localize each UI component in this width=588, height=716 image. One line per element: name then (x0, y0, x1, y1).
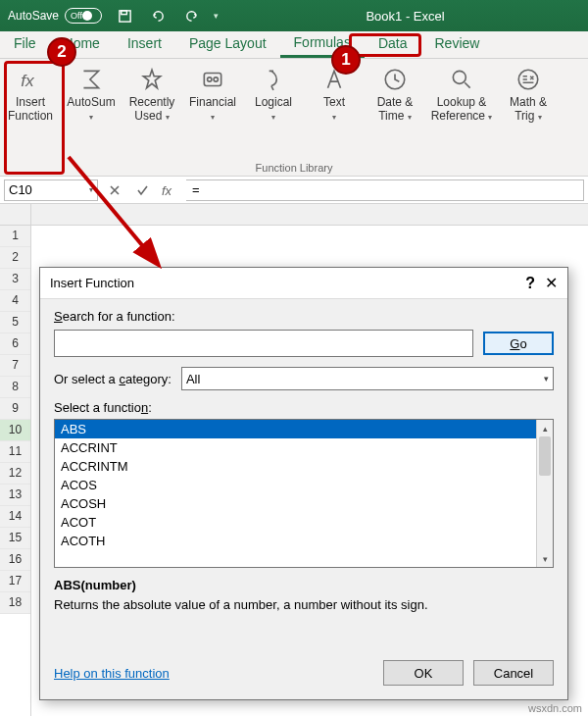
row-header[interactable]: 1 (0, 226, 30, 247)
list-item[interactable]: ACCRINTM (55, 457, 536, 476)
chevron-down-icon[interactable]: ▾ (89, 185, 93, 194)
row-header[interactable]: 9 (0, 398, 30, 420)
scroll-thumb[interactable] (539, 436, 551, 476)
row-header[interactable]: 16 (0, 549, 30, 571)
ok-button[interactable]: OK (383, 660, 464, 686)
autosave-toggle[interactable]: Off (65, 8, 102, 24)
dialog-title: Insert Function (50, 276, 134, 290)
financial-label: Financial (189, 95, 236, 109)
listbox-scrollbar[interactable]: ▴ ▾ (536, 420, 553, 567)
logical-button[interactable]: Logical▾ (243, 65, 304, 159)
watermark: wsxdn.com (528, 702, 582, 714)
autosum-button[interactable]: AutoSum▾ (61, 65, 122, 159)
row-header[interactable]: 4 (0, 290, 30, 312)
insert-function-dialog: Insert Function ? ✕ Search for a functio… (39, 267, 568, 700)
tab-review[interactable]: Review (421, 30, 494, 58)
formula-bar-row: C10 ▾ fx = (0, 177, 588, 204)
row-header[interactable]: 5 (0, 312, 30, 333)
list-item[interactable]: ABS (55, 420, 536, 438)
recently-used-button[interactable]: Recently Used ▾ (122, 65, 182, 159)
redo-icon[interactable] (180, 5, 202, 26)
chevron-down-icon: ▾ (538, 113, 542, 122)
autosave-group: AutoSave Off (8, 8, 102, 24)
select-all-corner[interactable] (0, 204, 30, 226)
row-header[interactable]: 6 (0, 333, 30, 355)
cancel-button[interactable]: Cancel (473, 660, 554, 686)
svg-text:fx: fx (21, 71, 35, 90)
tab-home[interactable]: Home (50, 30, 114, 58)
chevron-down-icon: ▾ (89, 113, 93, 122)
dialog-title-bar[interactable]: Insert Function ? ✕ (40, 268, 567, 299)
row-header[interactable]: 11 (0, 441, 30, 463)
math-trig-button[interactable]: Math & Trig ▾ (498, 65, 559, 159)
tab-formulas[interactable]: Formulas (280, 29, 365, 58)
svg-rect-1 (121, 10, 126, 14)
text-label: Text (323, 95, 345, 109)
formula-bar-input[interactable]: = (186, 179, 584, 201)
close-icon[interactable]: ✕ (545, 274, 558, 292)
text-button[interactable]: Text▾ (304, 65, 365, 159)
lookup-ref-label: Lookup & Reference (431, 95, 487, 123)
row-header[interactable]: 18 (0, 592, 30, 614)
active-cell-ref: C10 (9, 182, 32, 197)
category-value: All (186, 372, 200, 386)
name-box[interactable]: C10 ▾ (4, 179, 98, 201)
scroll-track[interactable] (537, 476, 553, 550)
category-select[interactable]: All ▾ (181, 367, 554, 390)
chevron-down-icon: ▾ (488, 113, 492, 122)
row-header[interactable]: 13 (0, 485, 30, 506)
tab-data[interactable]: Data (365, 30, 421, 58)
go-button[interactable]: Go (483, 332, 554, 355)
search-label: Search for a function: (54, 309, 554, 324)
list-item[interactable]: ACOT (55, 513, 536, 532)
row-header[interactable]: 12 (0, 463, 30, 485)
chevron-down-icon: ▾ (408, 113, 412, 122)
insert-function-label: Insert Function (8, 95, 53, 123)
tab-insert[interactable]: Insert (114, 30, 175, 58)
row-headers: 1 2 3 4 5 6 7 8 9 10 11 12 13 14 15 16 1… (0, 204, 31, 716)
row-header[interactable]: 3 (0, 269, 30, 290)
undo-icon[interactable] (147, 5, 169, 26)
list-item[interactable]: ACCRINT (55, 438, 536, 457)
list-item[interactable]: ACOS (55, 476, 536, 494)
row-header[interactable]: 14 (0, 506, 30, 528)
enter-formula-icon[interactable] (131, 179, 153, 201)
chevron-down-icon: ▾ (166, 113, 170, 122)
svg-point-7 (453, 71, 466, 83)
save-icon[interactable] (114, 5, 135, 26)
list-item[interactable]: ACOTH (55, 532, 536, 550)
scroll-up-icon[interactable]: ▴ (537, 420, 553, 436)
svg-text:fx: fx (162, 183, 172, 197)
row-header[interactable]: 17 (0, 571, 30, 592)
function-library-group: fx Insert Function AutoSum▾ Recently Use… (0, 59, 588, 159)
autosave-label: AutoSave (8, 9, 59, 23)
ribbon-group-label: Function Library (0, 159, 588, 176)
insert-function-button[interactable]: fx Insert Function (0, 65, 61, 159)
cancel-formula-icon[interactable] (104, 179, 125, 201)
date-time-button[interactable]: Date & Time ▾ (365, 65, 425, 159)
svg-point-8 (518, 70, 538, 89)
tab-page-layout[interactable]: Page Layout (175, 30, 280, 58)
row-header[interactable]: 15 (0, 528, 30, 549)
document-title: Book1 - Excel (230, 9, 580, 24)
dialog-footer: Help on this function OK Cancel (40, 650, 567, 699)
row-header[interactable]: 10 (0, 420, 30, 441)
svg-point-4 (208, 77, 212, 81)
row-header[interactable]: 8 (0, 377, 30, 398)
row-header[interactable]: 2 (0, 247, 30, 269)
fx-icon[interactable]: fx (159, 179, 180, 201)
lookup-reference-button[interactable]: Lookup & Reference ▾ (425, 65, 498, 159)
list-item[interactable]: ACOSH (55, 494, 536, 513)
row-header[interactable]: 7 (0, 355, 30, 377)
search-input[interactable] (54, 330, 473, 357)
scroll-down-icon[interactable]: ▾ (537, 550, 553, 567)
help-icon[interactable]: ? (525, 275, 535, 292)
column-headers (31, 204, 588, 226)
financial-button[interactable]: Financial▾ (182, 65, 243, 159)
chevron-down-icon: ▾ (211, 113, 215, 122)
function-listbox[interactable]: ABS ACCRINT ACCRINTM ACOS ACOSH ACOT ACO… (54, 419, 554, 568)
qat-customize-icon[interactable]: ▾ (214, 11, 219, 21)
chevron-down-icon: ▾ (332, 113, 336, 122)
tab-file[interactable]: File (0, 30, 50, 58)
help-link[interactable]: Help on this function (54, 666, 170, 681)
